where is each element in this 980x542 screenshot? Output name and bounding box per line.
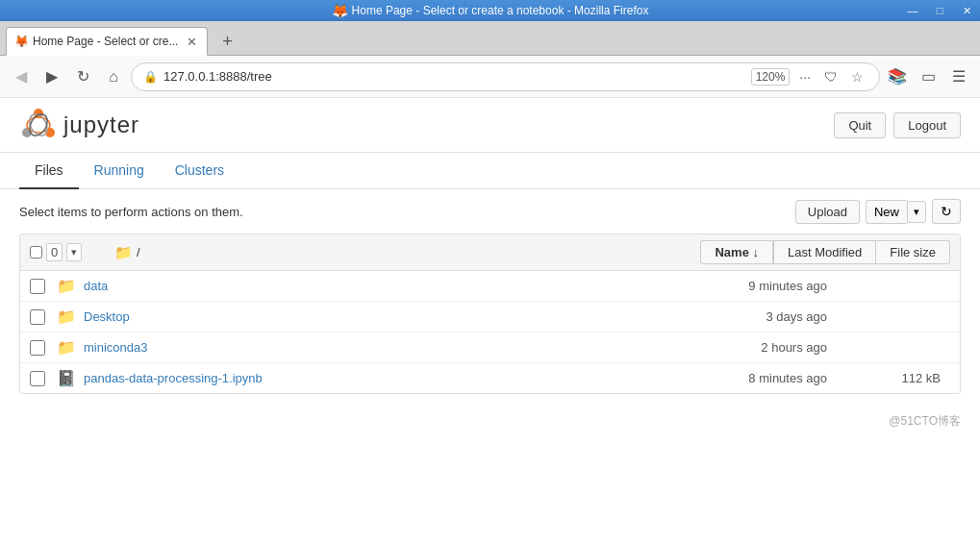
new-dropdown: New ▾ <box>866 200 926 224</box>
upload-button[interactable]: Upload <box>795 200 860 224</box>
row-checkbox-0[interactable] <box>30 279 45 294</box>
file-list-header: 0 ▾ 📁 / Name ↓ Last Modified File size <box>20 234 960 271</box>
file-type-icon-1: 📁 <box>57 308 76 326</box>
jupyter-logo-icon <box>19 106 58 144</box>
table-row: 📁 miniconda3 2 hours ago <box>20 333 960 363</box>
bookmark-icon[interactable]: ☆ <box>847 67 867 86</box>
file-name-3[interactable]: pandas-data-processing-1.ipynb <box>84 371 646 385</box>
file-type-icon-0: 📁 <box>57 277 76 295</box>
back-button[interactable]: ◀ <box>8 63 35 90</box>
toolbar-actions: Upload New ▾ ↻ <box>795 199 961 224</box>
tab-favicon-icon: 🦊 <box>14 35 28 48</box>
path-folder-icon: 📁 <box>114 244 133 261</box>
file-type-icon-3: 📓 <box>57 369 76 387</box>
toolbar-message: Select items to perform actions on them. <box>19 205 243 219</box>
tab-title: Home Page - Select or cre... <box>33 35 178 48</box>
new-button[interactable]: New <box>866 200 907 224</box>
col-name-header[interactable]: Name ↓ <box>700 240 773 264</box>
zoom-level: 120% <box>751 68 791 86</box>
file-modified-3: 8 minutes ago <box>654 371 846 385</box>
logout-button[interactable]: Logout <box>893 112 961 138</box>
refresh-button[interactable]: ↻ <box>932 199 961 224</box>
library-icon[interactable]: 📚 <box>884 63 911 90</box>
tab-clusters[interactable]: Clusters <box>160 153 239 189</box>
url-text: 127.0.0.1:8888/tree <box>163 69 745 84</box>
file-modified-1: 3 days ago <box>654 309 846 324</box>
table-row: 📁 data 9 minutes ago <box>20 271 960 302</box>
file-name-0[interactable]: data <box>84 279 646 293</box>
selected-count: 0 <box>46 243 63 261</box>
row-checkbox-3[interactable] <box>30 371 45 386</box>
close-button[interactable]: ✕ <box>953 0 980 21</box>
reload-button[interactable]: ↻ <box>69 63 96 90</box>
jupyter-header: jupyter Quit Logout <box>0 98 980 153</box>
browser-tab[interactable]: 🦊 Home Page - Select or cre... ✕ <box>6 27 208 56</box>
select-all-checkbox[interactable] <box>30 246 42 259</box>
forward-button[interactable]: ▶ <box>38 63 65 90</box>
titlebar-controls: — □ ✕ <box>899 0 980 21</box>
titlebar-title: Home Page - Select or create a notebook … <box>352 3 649 18</box>
jupyter-app: jupyter Quit Logout Files Running Cluste… <box>0 98 980 502</box>
file-name-1[interactable]: Desktop <box>84 309 646 324</box>
new-dropdown-arrow[interactable]: ▾ <box>907 201 926 223</box>
tab-files[interactable]: Files <box>19 153 79 189</box>
col-size-header[interactable]: File size <box>876 240 950 264</box>
file-list-container: 0 ▾ 📁 / Name ↓ Last Modified File size 📁… <box>19 234 961 394</box>
shield-icon: 🛡 <box>820 67 842 86</box>
sidebar-icon[interactable]: ▭ <box>915 63 942 90</box>
jupyter-nav-tabs: Files Running Clusters <box>0 153 980 189</box>
meatball-menu-button[interactable]: ··· <box>795 67 815 86</box>
new-tab-button[interactable]: + <box>214 28 240 55</box>
browser-titlebar: 🦊 Home Page - Select or create a noteboo… <box>0 0 980 21</box>
jupyter-logo: jupyter <box>19 106 139 144</box>
file-browser-toolbar: Select items to perform actions on them.… <box>0 189 980 234</box>
file-modified-2: 2 hours ago <box>654 340 846 355</box>
jupyter-logo-text: jupyter <box>63 111 139 138</box>
file-size-3: 112 kB <box>854 371 950 385</box>
quit-button[interactable]: Quit <box>834 112 886 138</box>
address-bar: ◀ ▶ ↻ ⌂ 🔒 127.0.0.1:8888/tree 120% ··· 🛡… <box>0 56 980 98</box>
header-checkbox-area: 0 ▾ <box>30 243 107 261</box>
count-dropdown[interactable]: ▾ <box>66 243 82 261</box>
hamburger-menu-button[interactable]: ☰ <box>945 63 972 90</box>
row-checkbox-2[interactable] <box>30 340 45 356</box>
table-row: 📁 Desktop 3 days ago <box>20 302 960 333</box>
tab-close-button[interactable]: ✕ <box>184 34 199 49</box>
lock-icon: 🔒 <box>143 70 158 84</box>
minimize-button[interactable]: — <box>899 0 926 21</box>
maximize-button[interactable]: □ <box>926 0 953 21</box>
page-footer: @51CTO博客 <box>0 394 980 437</box>
row-checkbox-1[interactable] <box>30 309 45 325</box>
file-modified-0: 9 minutes ago <box>654 279 846 293</box>
watermark-text: @51CTO博客 <box>889 414 961 428</box>
url-bar[interactable]: 🔒 127.0.0.1:8888/tree 120% ··· 🛡 ☆ <box>131 62 880 91</box>
table-row: 📓 pandas-data-processing-1.ipynb 8 minut… <box>20 363 960 393</box>
col-modified-header[interactable]: Last Modified <box>773 240 876 264</box>
browser-toolbar-right: 📚 ▭ ☰ <box>884 63 972 90</box>
home-button[interactable]: ⌂ <box>100 63 127 90</box>
header-columns: Name ↓ Last Modified File size <box>700 240 950 264</box>
tab-bar: 🦊 Home Page - Select or cre... ✕ + <box>0 21 980 56</box>
firefox-logo: 🦊 <box>332 3 348 18</box>
file-rows: 📁 data 9 minutes ago 📁 Desktop 3 days ag… <box>20 271 960 393</box>
jupyter-header-actions: Quit Logout <box>834 112 961 138</box>
file-name-2[interactable]: miniconda3 <box>84 340 646 355</box>
tab-running[interactable]: Running <box>79 153 160 189</box>
path-text: / <box>137 245 140 259</box>
file-type-icon-2: 📁 <box>57 338 76 357</box>
header-path: 📁 / <box>114 244 692 261</box>
